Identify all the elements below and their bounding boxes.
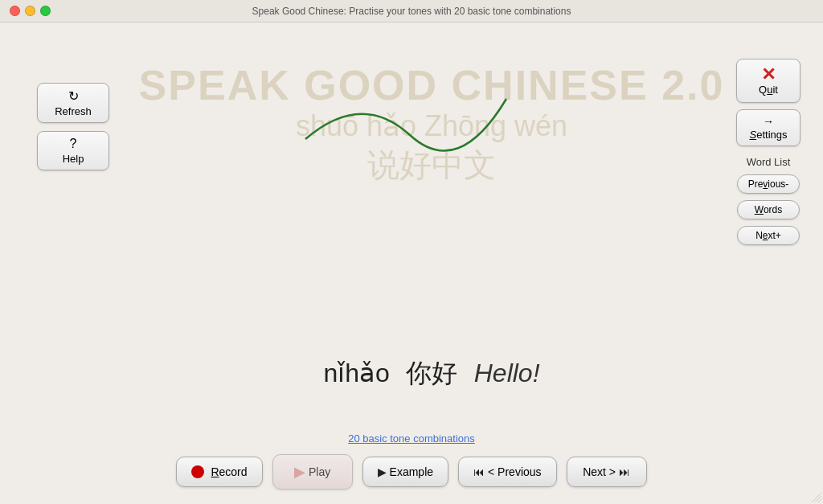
example-label: Example <box>390 465 433 478</box>
phrase-display: nǐhǎo 你好 Hello! <box>137 356 727 391</box>
minimize-button[interactable] <box>25 6 35 16</box>
next-words-label: Next+ <box>755 230 781 241</box>
right-panel: ✕ Quit → Settings Word List Previous- Wo… <box>736 59 800 245</box>
phrase-english: Hello! <box>474 359 540 387</box>
refresh-label: Refresh <box>55 105 92 117</box>
close-button[interactable] <box>10 6 20 16</box>
example-btn-content: ▶ Example <box>378 465 433 478</box>
previous-button[interactable]: ⏮ < Previous <box>458 457 557 487</box>
phrase-chinese: 你好 <box>406 359 457 387</box>
refresh-button[interactable]: ↻ Refresh <box>37 83 109 123</box>
quit-label: Quit <box>759 84 778 96</box>
words-label: Words <box>755 204 782 215</box>
watermark-line3: 说好中文 <box>137 143 727 187</box>
next-icon: ⏭ <box>619 465 630 478</box>
left-panel: ↻ Refresh ? Help <box>37 83 109 170</box>
previous-label: < Previous <box>488 465 542 478</box>
resize-handle[interactable] <box>812 493 821 502</box>
word-list-label: Word List <box>747 156 791 168</box>
maximize-button[interactable] <box>40 6 51 16</box>
phrase-pinyin: nǐhǎo <box>323 359 389 387</box>
bottom-label[interactable]: 20 basic tone combinations <box>348 432 475 445</box>
watermark-line1: SPEAK GOOD CHINESE 2.0 <box>137 63 727 109</box>
record-dot-icon <box>191 465 204 478</box>
main-area: ↻ Refresh ? Help SPEAK GOOD CHINESE 2.0 … <box>0 23 823 504</box>
play-button[interactable]: ▶ Play <box>272 454 353 490</box>
bottom-bar: 20 basic tone combinations Record ▶ Play <box>0 424 823 504</box>
record-label: Record <box>211 465 247 478</box>
play-btn-content: ▶ Play <box>294 463 330 481</box>
prev-words-label: Previous- <box>748 178 789 190</box>
refresh-icon: ↻ <box>47 88 99 104</box>
help-icon: ? <box>47 137 99 151</box>
titlebar: Speak Good Chinese: Practise your tones … <box>0 0 823 23</box>
next-button[interactable]: Next > ⏭ <box>567 457 647 487</box>
watermark: SPEAK GOOD CHINESE 2.0 shuō hǎo Zhōng wé… <box>137 63 727 187</box>
record-btn-content: Record <box>191 465 247 478</box>
example-button[interactable]: ▶ Example <box>362 457 448 487</box>
watermark-line2: shuō hǎo Zhōng wén <box>137 109 727 143</box>
arrow-icon: → <box>748 115 788 128</box>
settings-button[interactable]: → Settings <box>736 109 800 146</box>
help-button[interactable]: ? Help <box>37 131 109 170</box>
play-icon: ▶ <box>294 463 305 481</box>
bottom-buttons: Record ▶ Play ▶ Example ⏮ <box>176 454 646 490</box>
svg-line-1 <box>815 496 821 502</box>
svg-line-2 <box>818 499 821 502</box>
play-label: Play <box>309 465 330 478</box>
center-content: SPEAK GOOD CHINESE 2.0 shuō hǎo Zhōng wé… <box>137 55 727 424</box>
help-label: Help <box>63 153 84 165</box>
next-words-button[interactable]: Next+ <box>737 226 800 245</box>
prev-btn-content: ⏮ < Previous <box>473 465 542 478</box>
words-button[interactable]: Words <box>737 200 800 219</box>
example-icon: ▶ <box>378 465 387 478</box>
settings-label: Settings <box>750 129 788 141</box>
record-button[interactable]: Record <box>176 457 262 487</box>
prev-words-button[interactable]: Previous- <box>737 174 800 194</box>
x-icon: ✕ <box>750 66 787 84</box>
window-controls <box>10 6 51 16</box>
window-title: Speak Good Chinese: Practise your tones … <box>252 6 571 17</box>
prev-icon: ⏮ <box>473 465 485 478</box>
quit-button[interactable]: ✕ Quit <box>736 59 800 103</box>
next-label: Next > <box>583 465 616 478</box>
next-btn-content: Next > ⏭ <box>583 465 630 478</box>
